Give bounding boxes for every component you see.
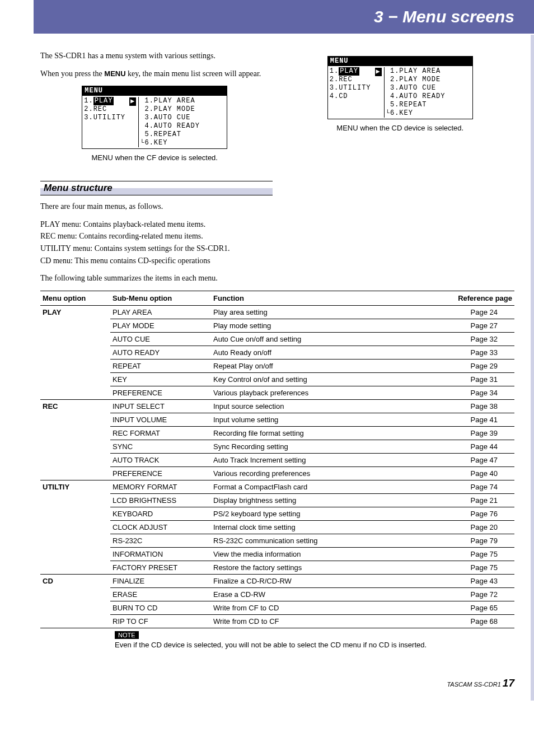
table-row: REPEATRepeat Play on/offPage 29	[40, 359, 514, 372]
table-row: PLAYPLAY AREAPlay area settingPage 24	[40, 305, 514, 319]
lcd-caption-cf: MENU when the CF device is selected.	[40, 153, 269, 162]
note-block: NOTE Even if the CD device is selected, …	[115, 631, 514, 649]
lcd-screen-cf: MENU 1.PLAY▶2.REC3.UTILITY 1.PLAY AREA 2…	[82, 86, 227, 149]
table-row: PREFERENCEVarious recording preferencesP…	[40, 466, 514, 480]
table-row: PLAY MODEPlay mode settingPage 27	[40, 319, 514, 332]
col-sub: Sub-Menu option	[110, 291, 211, 305]
section-header-structure: Menu structure	[40, 181, 273, 195]
col-menu: Menu option	[40, 291, 110, 305]
col-page: Reference page	[436, 291, 514, 305]
lcd-title: MENU	[82, 86, 227, 96]
page-footer: TASCAM SS-CDR1 17	[0, 660, 534, 701]
table-row: LCD BRIGHTNESSDisplay brightness setting…	[40, 493, 514, 507]
structure-intro: There are four main menus, as follows.	[40, 201, 514, 212]
lcd-title: MENU	[328, 57, 472, 66]
table-intro: The following table summarizes the items…	[40, 273, 514, 284]
table-row: RS-232CRS-232C communication settingPage…	[40, 534, 514, 547]
table-row: KEYBOARDPS/2 keyboard type settingPage 7…	[40, 507, 514, 520]
menu-desc-line: REC menu: Contains recording-related men…	[40, 231, 514, 242]
table-row: UTILTIYMEMORY FORMATFormat a CompactFlas…	[40, 480, 514, 493]
table-row: SYNCSync Recording settingPage 44	[40, 440, 514, 453]
table-row: BURN TO CDWrite from CF to CDPage 65	[40, 601, 514, 614]
table-row: CLOCK ADJUSTInternal clock time settingP…	[40, 520, 514, 534]
table-row: AUTO TRACKAuto Track Increment settingPa…	[40, 453, 514, 466]
table-row: INPUT VOLUMEInput volume settingPage 41	[40, 413, 514, 426]
footer-page-number: 17	[503, 677, 514, 689]
page-header: 3 − Menu screens	[34, 0, 534, 34]
table-row: KEYKey Control on/of and settingPage 31	[40, 372, 514, 386]
table-row: REC FORMATRecording file format settingP…	[40, 426, 514, 440]
menu-desc-line: PLAY menu: Contains playback-related men…	[40, 219, 514, 230]
page-title: 3 − Menu screens	[374, 7, 514, 26]
table-row: AUTO CUEAuto Cue on/off and settingPage …	[40, 332, 514, 346]
table-row: RECINPUT SELECTInput source selectionPag…	[40, 399, 514, 413]
table-row: INFORMATIONView the media informationPag…	[40, 547, 514, 561]
menu-desc-line: CD menu: This menu contains CD-specific …	[40, 255, 514, 267]
col-func: Function	[211, 291, 436, 305]
table-row: CDFINALIZEFinalize a CD-R/CD-RWPage 43	[40, 574, 514, 587]
right-edge-stripe	[531, 35, 534, 701]
table-row: AUTO READYAuto Ready on/offPage 33	[40, 346, 514, 359]
menu-desc-line: UTILITY menu: Contains system settings f…	[40, 243, 514, 254]
footer-brand: TASCAM SS-CDR1	[447, 681, 500, 688]
table-row: RIP TO CFWrite from CD to CFPage 68	[40, 614, 514, 628]
table-row: ERASEErase a CD-RWPage 72	[40, 587, 514, 601]
intro-line-2: When you press the MENU key, the main me…	[40, 68, 269, 80]
table-row: FACTORY PRESETRestore the factory settin…	[40, 561, 514, 574]
lcd-caption-cd: MENU when the CD device is selected.	[286, 124, 515, 132]
menu-table: Menu option Sub-Menu option Function Ref…	[40, 291, 514, 628]
lcd-screen-cd: MENU 1.PLAY▶2.REC3.UTILITY4.CD 1.PLAY AR…	[327, 56, 473, 119]
menu-descriptions: PLAY menu: Contains playback-related men…	[40, 219, 514, 266]
table-row: PREFERENCEVarious playback preferencesPa…	[40, 386, 514, 399]
intro-line-1: The SS-CDR1 has a menu system with vario…	[40, 50, 269, 62]
note-text: Even if the CD device is selected, you w…	[115, 641, 427, 649]
note-badge: NOTE	[115, 631, 139, 639]
